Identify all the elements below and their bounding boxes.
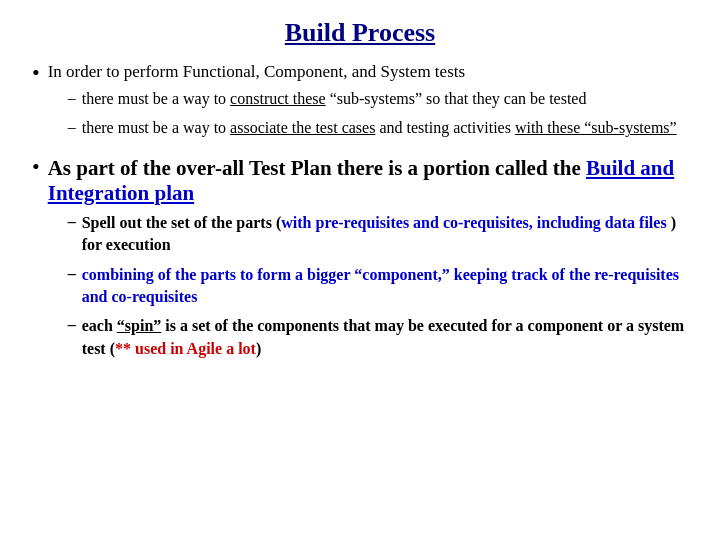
bullet-item-1: • In order to perform Functional, Compon… [32, 62, 688, 148]
bullet-dot-1: • [32, 60, 40, 86]
dash-1a: – [68, 89, 76, 107]
bullet1-text: In order to perform Functional, Componen… [48, 62, 465, 81]
bullet-item-2: • As part of the over-all Test Plan ther… [32, 156, 688, 368]
sub-text-1a: there must be a way to construct these “… [82, 88, 688, 110]
sub-text-2c: each “spin” is a set of the components t… [82, 315, 688, 360]
agile-note: ** used in Agile a lot [115, 340, 256, 357]
dash-1b: – [68, 118, 76, 136]
sub-item-2a: – Spell out the set of the parts (with p… [68, 212, 688, 257]
page-title: Build Process [32, 18, 688, 48]
prereq-text: with pre-requisites and co-requisites, i… [281, 214, 666, 231]
sub-list-2: – Spell out the set of the parts (with p… [68, 212, 688, 360]
sub-text-2a: Spell out the set of the parts (with pre… [82, 212, 688, 257]
sub-item-2b: – combining of the parts to form a bigge… [68, 264, 688, 309]
sub-item-1a: – there must be a way to construct these… [68, 88, 688, 110]
dash-2b: – [68, 265, 76, 283]
bullet-dot-2: • [32, 154, 40, 180]
underline-associate: associate the test cases [230, 119, 375, 136]
sub-text-1b: there must be a way to associate the tes… [82, 117, 688, 139]
underline-construct: construct these [230, 90, 326, 107]
sub-list-1: – there must be a way to construct these… [68, 88, 688, 140]
sub-item-2c: – each “spin” is a set of the components… [68, 315, 688, 360]
underline-with-subsystems: with these “sub-systems” [515, 119, 677, 136]
bullet-text-1: In order to perform Functional, Componen… [48, 62, 688, 148]
sub-text-2b: combining of the parts to form a bigger … [82, 264, 688, 309]
dash-2a: – [68, 213, 76, 231]
spin-text: “spin” [117, 317, 161, 334]
bullet-text-2: As part of the over-all Test Plan there … [48, 156, 688, 368]
content-list: • In order to perform Functional, Compon… [32, 62, 688, 368]
bullet2-intro: As part of the over-all Test Plan there … [48, 156, 586, 180]
dash-2c: – [68, 316, 76, 334]
sub-item-1b: – there must be a way to associate the t… [68, 117, 688, 139]
